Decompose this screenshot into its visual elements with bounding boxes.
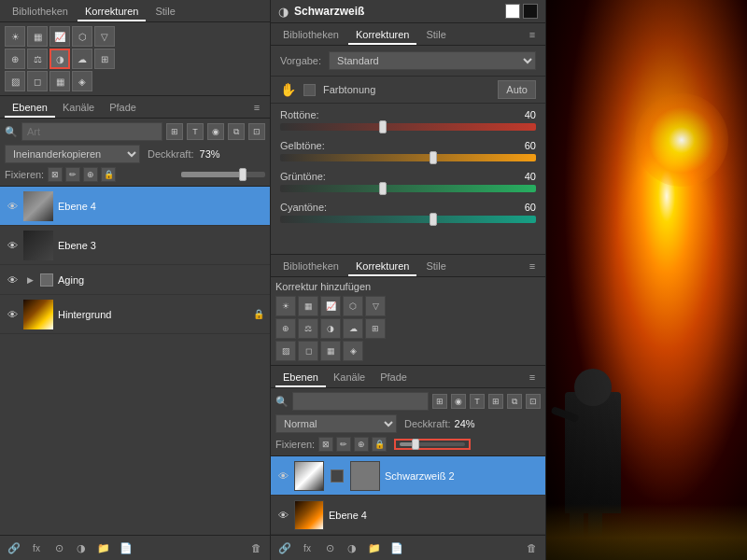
layer-eye-hintergrund[interactable]: 👁	[6, 308, 19, 321]
new-layer-icon[interactable]: 📄	[118, 539, 134, 556]
mid-ltab-ebenen[interactable]: Ebenen	[275, 369, 326, 387]
type-icon[interactable]: T	[187, 123, 204, 140]
mid-filter4[interactable]: ⊞	[488, 394, 503, 409]
gradient-tool[interactable]: ▨	[5, 71, 25, 91]
mid-ltab-pfade[interactable]: Pfade	[373, 369, 415, 387]
mid-link-icon[interactable]: 🔗	[276, 539, 293, 556]
korr-color2[interactable]: ◈	[343, 341, 363, 361]
fix-lock-icon[interactable]: 🔒	[101, 167, 116, 182]
layer-eye-ebene3[interactable]: 👁	[6, 239, 19, 252]
korr-bw[interactable]: ◑	[320, 318, 341, 339]
left-tab-stile[interactable]: Stile	[148, 3, 182, 21]
korr-gradient2[interactable]: ▨	[275, 341, 296, 361]
mid-del-icon[interactable]: 🗑	[523, 539, 540, 556]
korr-hsl[interactable]: ⊕	[275, 318, 296, 339]
korr-photo[interactable]: ☁	[343, 318, 363, 339]
korr-balance[interactable]: ⚖	[298, 318, 318, 339]
mid-fix-all[interactable]: ⊠	[318, 437, 333, 452]
layer-group-aging[interactable]: 👁 ▶ Aging	[0, 265, 270, 295]
korr-pattern2[interactable]: ▦	[320, 341, 341, 361]
vibrance-tool[interactable]: ▽	[94, 26, 115, 47]
expand-arrow-aging[interactable]: ▶	[27, 275, 34, 285]
sw-black-square[interactable]	[523, 4, 538, 19]
mid-ltab-kanaele[interactable]: Kanäle	[326, 369, 373, 387]
mid-btab-stile[interactable]: Stile	[418, 258, 453, 276]
layer-item-ebene4[interactable]: 👁 Ebene 4	[0, 187, 270, 226]
fix-position-icon[interactable]: ✏	[65, 167, 80, 182]
mid-group-icon[interactable]: 📁	[366, 539, 383, 556]
curves-tool[interactable]: 📈	[49, 26, 70, 47]
attr-icon[interactable]: ⧉	[228, 123, 245, 140]
fix-artboard-icon[interactable]: ⊕	[83, 167, 98, 182]
opacity-slider-box[interactable]	[394, 439, 471, 450]
left-tab-bibliotheken[interactable]: Bibliotheken	[5, 3, 76, 21]
mid-new-icon[interactable]: 📄	[388, 539, 405, 556]
fx-icon[interactable]: fx	[28, 539, 45, 556]
mid-fx-icon[interactable]: fx	[299, 539, 316, 556]
tone-slider-rot[interactable]	[280, 123, 536, 131]
mid-adj-icon[interactable]: ◑	[344, 539, 360, 556]
balance-tool[interactable]: ⚖	[27, 49, 48, 69]
layer-item-hintergrund[interactable]: 👁 Hintergrund 🔒	[0, 295, 270, 334]
mid-tab-korrekturen[interactable]: Korrekturen	[348, 26, 416, 45]
mid-btab-menu[interactable]: ≡	[524, 258, 541, 274]
search-input[interactable]	[21, 122, 162, 141]
mid-tab-bibliotheken[interactable]: Bibliotheken	[275, 26, 346, 45]
levels-tool[interactable]: ▦	[27, 26, 48, 47]
select-tool[interactable]: ◻	[27, 71, 48, 91]
tone-slider-gruen[interactable]	[280, 185, 536, 192]
sw-white-square[interactable]	[505, 4, 520, 19]
auto-button[interactable]: Auto	[498, 80, 536, 99]
mid-search-input[interactable]	[292, 392, 429, 411]
pattern-tool[interactable]: ▦	[49, 71, 70, 91]
thumbnail-icon[interactable]: ⊞	[166, 123, 183, 140]
color-tool[interactable]: ◈	[72, 71, 92, 91]
left-subtab-pfade[interactable]: Pfade	[102, 99, 144, 118]
exposure-tool[interactable]: ⬡	[72, 26, 92, 47]
layer-item-ebene3[interactable]: 👁 Ebene 3	[0, 226, 270, 265]
korr-levels[interactable]: ▦	[298, 296, 318, 316]
vorgabe-select[interactable]: Standard	[329, 51, 536, 70]
mid-filter6[interactable]: ⊡	[526, 394, 541, 409]
mid-eye-ebene4[interactable]: 👁	[276, 509, 289, 522]
left-subtab-kanaele[interactable]: Kanäle	[55, 99, 102, 118]
layer-eye-ebene4[interactable]: 👁	[6, 200, 19, 213]
opacity-slider-track[interactable]	[400, 442, 465, 446]
mid-layer-schwarzweiss2[interactable]: 👁 Schwarzweiß 2	[271, 456, 545, 496]
korr-brightness[interactable]: ☀	[275, 296, 296, 316]
korr-exposure[interactable]: ⬡	[343, 296, 363, 316]
tone-slider-gelb[interactable]	[280, 154, 536, 161]
channel-tool[interactable]: ⊞	[94, 49, 115, 69]
photo-filter-tool[interactable]: ☁	[72, 49, 92, 69]
mid-blend-select[interactable]: Normal	[275, 414, 397, 433]
blend-mode-select[interactable]: Ineinanderkopieren	[5, 145, 140, 163]
delete-icon[interactable]: 🗑	[247, 539, 264, 556]
bw-tool[interactable]: ◑	[49, 49, 70, 69]
left-subtab-ebenen[interactable]: Ebenen	[5, 99, 55, 118]
tone-slider-cyan[interactable]	[280, 216, 536, 223]
layer-eye-aging[interactable]: 👁	[6, 273, 19, 287]
mid-btab-bibliotheken[interactable]: Bibliotheken	[275, 258, 346, 276]
farbtonung-checkbox[interactable]	[303, 84, 316, 96]
menu-icon[interactable]: ≡	[248, 99, 265, 116]
mid-mask-icon[interactable]: ⊙	[321, 539, 338, 556]
mid-filter5[interactable]: ⧉	[507, 394, 522, 409]
mask-icon[interactable]: ⊙	[50, 539, 67, 556]
korr-select2[interactable]: ◻	[298, 341, 318, 361]
mid-filter3[interactable]: T	[470, 394, 485, 409]
color-label-icon[interactable]: ⊡	[248, 123, 265, 140]
mid-filter2[interactable]: ◉	[451, 394, 466, 409]
mid-thumb-icon[interactable]: ⊞	[432, 394, 447, 409]
mid-fix-lock[interactable]: 🔒	[372, 437, 387, 452]
link-icon[interactable]: 🔗	[6, 539, 22, 556]
mid-menu-icon[interactable]: ≡	[524, 26, 541, 43]
mid-ltab-menu[interactable]: ≡	[524, 369, 541, 385]
fix-all-icon[interactable]: ⊠	[48, 167, 63, 182]
hsl-tool[interactable]: ⊕	[5, 49, 25, 69]
korr-vibrance[interactable]: ▽	[365, 296, 386, 316]
mid-tab-stile[interactable]: Stile	[418, 26, 453, 45]
korr-curves[interactable]: 📈	[320, 296, 341, 316]
korr-channel[interactable]: ⊞	[365, 318, 386, 339]
left-tab-korrekturen[interactable]: Korrekturen	[78, 3, 146, 21]
mid-btab-korrekturen[interactable]: Korrekturen	[348, 258, 416, 276]
